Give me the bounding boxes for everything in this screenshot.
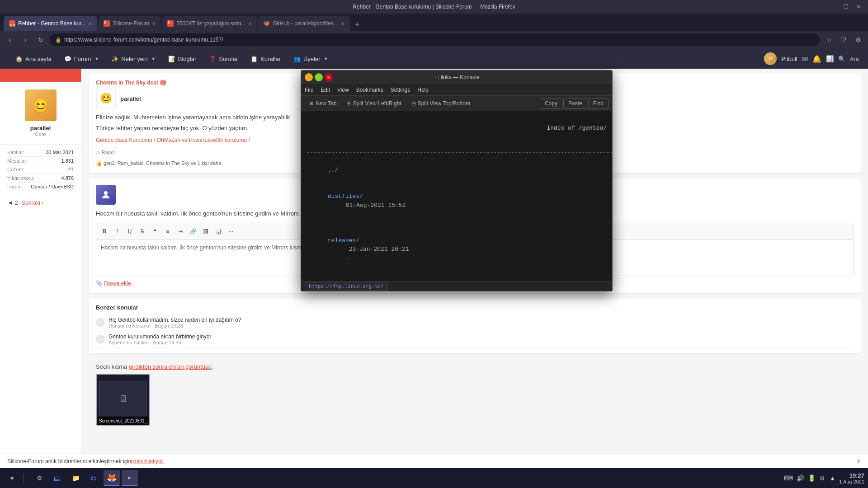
- back-button[interactable]: ‹: [4, 33, 16, 46]
- splittb-icon: ⊟: [411, 100, 416, 107]
- editor-italic[interactable]: I: [112, 226, 123, 237]
- questions-icon: ❓: [209, 56, 216, 62]
- konsole-menu-help[interactable]: Help: [417, 87, 429, 93]
- konsole-controls: – □ ✕: [305, 73, 333, 81]
- editor-more[interactable]: ···: [226, 226, 236, 237]
- tab-bar: 🦊 Rehber - Gentoo Base kur... ✕ S Silico…: [0, 14, 868, 31]
- editor-media[interactable]: 📊: [213, 226, 224, 237]
- shield-button[interactable]: 🛡: [837, 33, 850, 46]
- konsole-menu-edit[interactable]: Edit: [321, 87, 330, 93]
- notif-close-button[interactable]: ×: [857, 457, 861, 465]
- konsole-minimize-btn[interactable]: –: [305, 73, 313, 81]
- search-icon-nav[interactable]: 🔍: [838, 56, 845, 62]
- konsole-menu-bookmarks[interactable]: Bookmarks: [356, 87, 383, 93]
- bell-icon-nav[interactable]: 🔔: [812, 55, 821, 63]
- editor-image[interactable]: 🖼: [200, 226, 211, 237]
- taskbar-activities-btn[interactable]: ✦: [4, 470, 20, 486]
- sidebar-role: Core: [7, 131, 74, 137]
- konsole-split-lr-btn[interactable]: ⊞ Split View Left/Right: [342, 99, 406, 108]
- sidebar-user: 😊 parallel Core: [0, 82, 81, 145]
- konsole-close-btn[interactable]: ✕: [325, 73, 333, 81]
- related-link-1[interactable]: Hiç Gentoo kullanmadım, sizce neden en i…: [108, 317, 241, 323]
- tab-close-3[interactable]: ✕: [248, 21, 252, 26]
- tab-silicone[interactable]: S Silicone-Forum ✕: [98, 16, 161, 31]
- nav-kurallar[interactable]: 📋 Kurallar: [244, 49, 287, 69]
- forward-button[interactable]: ›: [19, 33, 32, 46]
- tab-close-2[interactable]: ✕: [152, 21, 156, 26]
- screenshot-label: Seçili kısma girdikten sonra ekran görün…: [96, 363, 854, 370]
- tab-close-1[interactable]: ✕: [88, 21, 92, 26]
- tab-label-4: GitHub - parallelq/dotfiles...: [273, 20, 338, 27]
- breadcrumb-link-1[interactable]: Gentoo Base Kurulumu /: [96, 137, 155, 143]
- term-entry-snapshots: snapshots/ 01-Aug-2021 01:02 -: [307, 272, 607, 282]
- taskbar-app-4[interactable]: 🗂: [85, 470, 102, 486]
- stats-icon-nav[interactable]: 📊: [826, 55, 834, 62]
- sys-icon-2: 🔊: [797, 474, 804, 482]
- editor-bold[interactable]: B: [99, 226, 110, 237]
- editor-indent[interactable]: ⇥: [175, 226, 186, 237]
- konsole-maximize-btn[interactable]: □: [315, 73, 323, 81]
- clock-date: 1 Aug 2021: [839, 479, 864, 484]
- breadcrumb-link-2[interactable]: OhMyZsh ve PowerLevel9k kurulumu /: [157, 137, 250, 143]
- taskbar-app-2[interactable]: 🗂: [49, 470, 66, 486]
- konsole-find-btn[interactable]: Find: [588, 98, 609, 109]
- post-number: ◄ 2: [7, 199, 18, 206]
- tab-label-2: Silicone-Forum: [113, 20, 149, 27]
- konsole-copy-btn[interactable]: Copy: [540, 98, 562, 109]
- nav-neler-yeni[interactable]: ✨ Neler yeni ▼: [105, 49, 161, 69]
- mail-icon-nav[interactable]: ✉: [802, 55, 808, 63]
- tab-close-4[interactable]: ✕: [341, 21, 344, 26]
- konsole-menu-view[interactable]: View: [337, 87, 349, 93]
- editor-link[interactable]: 🔗: [188, 226, 198, 237]
- nav-uyeler[interactable]: 👥 Üyeler ▼: [287, 49, 335, 69]
- term-date-distfiles: 01-Aug-2021 15:52: [346, 202, 406, 209]
- editor-strikethrough[interactable]: S̶: [137, 226, 148, 237]
- konsole-menu-file[interactable]: File: [305, 87, 313, 93]
- next-link[interactable]: Sonraki ›: [22, 200, 43, 206]
- address-bar[interactable]: 🔒 https://www.silicone-forum.com/konu/ge…: [50, 33, 820, 46]
- konsole-window: – □ ✕ · : links — Konsole File Edit View…: [301, 70, 613, 291]
- tab-favicon-4: 🐙: [264, 20, 270, 27]
- taskbar-app-konsole[interactable]: ▶: [122, 470, 138, 486]
- taskbar-app-3[interactable]: 📁: [67, 470, 84, 486]
- tab-5500xt[interactable]: S 5500XT'de yaşadığım soru... ✕: [162, 16, 257, 31]
- tab-github[interactable]: 🐙 GitHub - parallelq/dotfiles... ✕: [258, 16, 350, 31]
- screenshot-image[interactable]: 🖥 Screenshot_20210801_...: [96, 374, 150, 426]
- taskbar-app-1[interactable]: ⚙: [31, 470, 47, 486]
- maximize-btn[interactable]: ❐: [841, 4, 851, 10]
- konsole-new-tab-btn[interactable]: ⊕ New Tab: [305, 99, 341, 108]
- bookmark-button[interactable]: ☆: [823, 33, 835, 46]
- konsole-paste-btn[interactable]: Paste: [563, 98, 587, 109]
- related-info-1: Hiç Gentoo kullanmadım, sizce neden en i…: [108, 317, 241, 328]
- konsole-menu-settings[interactable]: Settings: [391, 87, 410, 93]
- url-display: https://www.silicone-forum.com/konu/gent…: [64, 37, 223, 43]
- editor-list[interactable]: ≡: [162, 226, 173, 237]
- lock-icon: 🔒: [55, 37, 61, 43]
- term-entry-parent: ../: [307, 157, 607, 183]
- notif-link[interactable]: izninizi istiyor.: [131, 458, 164, 465]
- new-tab-button[interactable]: +: [351, 18, 363, 31]
- taskbar-app-firefox[interactable]: 🦊: [104, 470, 120, 486]
- editor-quote[interactable]: ❝: [150, 226, 160, 237]
- close-btn[interactable]: ✕: [854, 4, 863, 10]
- nav-anasayfa[interactable]: 🏠 Ana sayfa: [9, 49, 58, 69]
- refresh-button[interactable]: ↻: [34, 33, 47, 46]
- window-controls[interactable]: — ❐ ✕: [828, 4, 863, 10]
- tab-rehber[interactable]: 🦊 Rehber - Gentoo Base kur... ✕: [4, 16, 97, 31]
- nav-bloglar[interactable]: 📝 Bloglar: [162, 49, 203, 69]
- settings-button[interactable]: ⚙: [852, 33, 864, 46]
- related-link-2[interactable]: Gentoo kurulumunda ekran birbirine giriy…: [108, 333, 211, 340]
- screenshot-link[interactable]: girdikten sonra ekran görüntüsü: [129, 363, 212, 370]
- report-icon[interactable]: ⚠: [96, 150, 102, 155]
- stat-mesajlar: Mesajlar: 1.831: [7, 157, 74, 165]
- editor-underline[interactable]: U: [124, 226, 135, 237]
- attach-link[interactable]: Dosya ekle: [104, 280, 131, 286]
- nav-uyeler-label: Üyeler: [303, 56, 321, 62]
- konsole-split-tb-btn[interactable]: ⊟ Split View Top/Bottom: [407, 99, 475, 108]
- nav-forum[interactable]: 💬 Forum ▼: [58, 49, 105, 69]
- minimize-btn[interactable]: —: [828, 4, 839, 10]
- user-avatar-nav[interactable]: P: [764, 52, 777, 65]
- nav-sorular[interactable]: ❓ Sorular: [203, 49, 244, 69]
- report-label[interactable]: Rapor: [102, 150, 115, 155]
- stat-katilim-label: Katılım:: [7, 150, 24, 155]
